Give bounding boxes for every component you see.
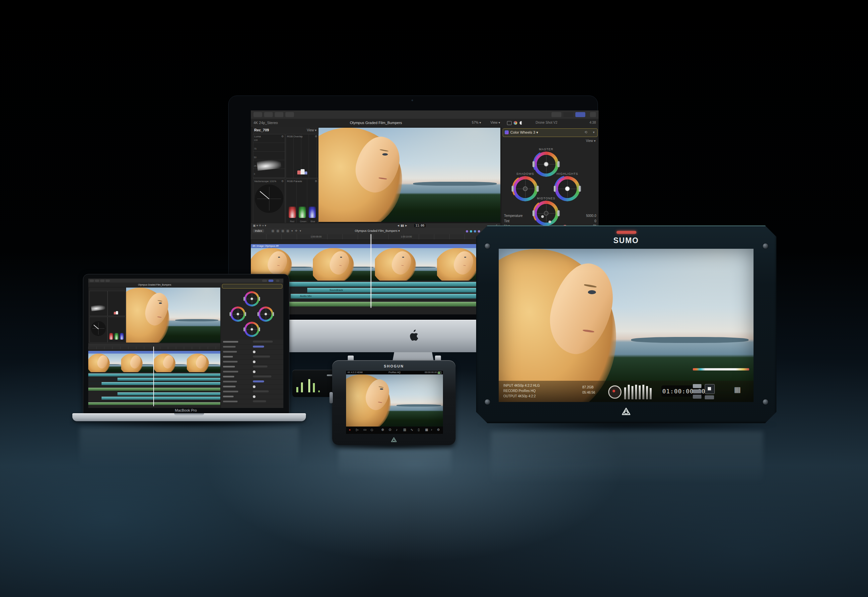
gear-icon[interactable]: ⚙ [281, 135, 284, 138]
record-button[interactable] [608, 385, 621, 399]
playhead[interactable] [153, 347, 154, 406]
viewer-zoom-menu[interactable]: 57% ▾ [472, 121, 481, 124]
background-tasks-button[interactable] [100, 279, 104, 282]
param-slider[interactable] [253, 391, 269, 392]
solo-icon[interactable] [474, 230, 476, 233]
param-slider[interactable] [253, 376, 271, 377]
param-slider[interactable] [253, 370, 256, 373]
param-slider[interactable] [253, 380, 264, 382]
video-clip-titlebar[interactable] [88, 351, 220, 353]
crop-icon[interactable] [507, 121, 512, 125]
library-name[interactable]: 4K 24p_Stereo [254, 121, 278, 125]
midtones-color-wheel[interactable] [534, 200, 559, 226]
browser-toggle-button[interactable] [262, 279, 267, 282]
video-clip-filmstrip[interactable] [88, 353, 220, 372]
param-slider[interactable] [253, 385, 256, 388]
skimming-icon[interactable] [466, 230, 468, 233]
playback-controls[interactable]: ◄ ▮▮ ► [397, 224, 408, 227]
timeline-ruler[interactable] [88, 347, 220, 349]
audio-clip[interactable] [117, 392, 220, 395]
temperature-value[interactable]: 5000.0 [586, 214, 596, 218]
playlist-button[interactable] [705, 395, 714, 399]
settings-button[interactable]: ⚙ [437, 428, 440, 432]
viewer-view-menu[interactable]: View ▾ [490, 121, 500, 124]
audio-icon[interactable]: ♪ [396, 428, 397, 432]
meter-bar [632, 386, 633, 399]
tools-icons[interactable]: ▣ ▾ ✛ ⌖ ▾ [253, 224, 266, 227]
gear-icon[interactable]: ⚙ [315, 180, 317, 183]
param-slider[interactable] [253, 400, 266, 402]
keyword-editor-button[interactable] [95, 279, 99, 282]
master-color-wheel[interactable] [244, 291, 260, 306]
reset-icon[interactable]: ⟲ [585, 130, 587, 134]
keyword-editor-button[interactable] [264, 112, 273, 117]
sumo-screen[interactable]: INPUT 4K50p 4:2:2 HLG RECORD ProRes HQ O… [499, 249, 754, 402]
gear-icon[interactable]: ⚙ [281, 180, 284, 183]
playlist-button[interactable]: ◇ [371, 428, 373, 432]
histogram-icon[interactable]: ▥ [403, 428, 406, 432]
clip-appearance-icons[interactable]: ▥ ▥ ▥ ▥ ▾ ✛ ▾ [271, 229, 302, 233]
stop-button[interactable] [705, 384, 715, 394]
tint-slider[interactable] [548, 221, 551, 223]
param-slider[interactable] [253, 361, 256, 363]
index-button[interactable]: Index [253, 229, 264, 233]
record-button[interactable]: ● [349, 428, 351, 432]
highlights-color-wheel[interactable] [258, 306, 273, 322]
param-slider[interactable] [253, 395, 256, 398]
media-import-button[interactable] [89, 279, 94, 282]
timeline-toggle-button[interactable] [563, 112, 573, 117]
scopes-view-menu[interactable]: View ▾ [307, 128, 317, 132]
focus-peaking-button[interactable] [693, 384, 702, 388]
gear-icon[interactable]: ⚙ [315, 135, 317, 138]
meters-icon[interactable]: ▯ [418, 428, 420, 432]
focus-icon[interactable]: ⊙ [389, 428, 391, 432]
exposure-icon[interactable] [520, 121, 523, 125]
temperature-slider[interactable] [541, 215, 544, 218]
chevron-down-icon[interactable]: ▾ [593, 130, 595, 134]
color-board-icon[interactable] [514, 121, 517, 125]
false-color-button[interactable] [693, 395, 702, 399]
background-tasks-button[interactable] [275, 112, 283, 117]
timeline-breadcrumb[interactable]: Olympus Graded Film_Bumpers ▾ [355, 229, 400, 233]
color-preset-selector[interactable] [222, 284, 282, 288]
share-button[interactable] [276, 279, 279, 282]
side-knob[interactable] [330, 392, 333, 403]
param-slider[interactable] [253, 341, 273, 343]
shogun-screen[interactable]: 4K 4:2:2 HDMI ProRes HQ 00:00:00:00 ● ▷ … [346, 371, 443, 434]
zebra-button[interactable] [693, 389, 702, 394]
media-import-button[interactable] [254, 112, 262, 117]
waveform-icon[interactable]: ∿ [410, 428, 413, 432]
param-slider[interactable] [253, 346, 264, 348]
param-slider[interactable] [253, 356, 270, 358]
music-track[interactable] [88, 402, 220, 405]
monitor-button[interactable]: ▭ [363, 428, 366, 432]
color-preset-selector[interactable]: Color Wheels 3 ▾ ⟲ ▾ [503, 128, 597, 137]
param-label-bar [223, 391, 238, 392]
shadows-color-wheel[interactable] [230, 306, 245, 322]
inspector-toggle-button[interactable] [575, 112, 585, 117]
zoom-icon[interactable]: ⊕ [381, 428, 384, 432]
more-icon[interactable]: › [431, 428, 432, 432]
audio-clip[interactable] [101, 397, 220, 399]
grid-icon[interactable]: ▦ [425, 428, 428, 432]
luma-tick: 75 [254, 148, 257, 150]
share-button[interactable] [590, 112, 596, 117]
audio-track[interactable] [88, 373, 220, 376]
play-button[interactable]: ▷ [356, 428, 359, 432]
inspector-view-menu[interactable]: View ▾ [586, 139, 596, 143]
inspector-toggle-button[interactable] [268, 279, 273, 282]
midtones-color-wheel[interactable] [244, 322, 260, 337]
tint-value[interactable]: 0 [594, 219, 596, 223]
extensions-button[interactable] [285, 112, 294, 117]
input-format: 4K 4:2:2 HDMI [348, 371, 363, 373]
audio-clip[interactable] [117, 378, 220, 381]
param-slider[interactable] [253, 350, 256, 353]
music-track[interactable] [88, 388, 220, 391]
extensions-button[interactable] [106, 279, 110, 282]
grid-icon[interactable]: ▦ [734, 385, 741, 394]
audio-skimming-icon[interactable] [470, 230, 472, 233]
playhead[interactable] [371, 234, 371, 308]
browser-toggle-button[interactable] [551, 112, 562, 117]
param-slider[interactable] [253, 365, 268, 367]
audio-clip[interactable] [101, 382, 220, 385]
